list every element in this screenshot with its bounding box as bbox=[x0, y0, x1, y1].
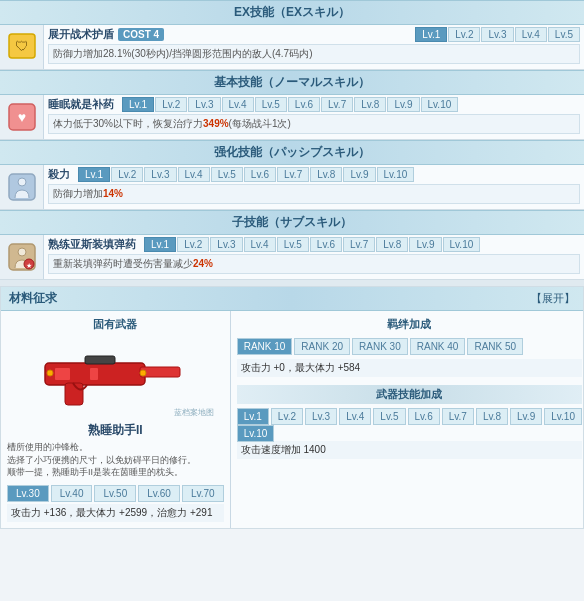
svg-rect-15 bbox=[90, 368, 98, 380]
lv-tab-8[interactable]: Lv.9 bbox=[343, 167, 375, 182]
materials-expand[interactable]: 【展开】 bbox=[531, 291, 575, 306]
lv-tab-5[interactable]: Lv.6 bbox=[244, 167, 276, 182]
lv-tab-9[interactable]: Lv.10 bbox=[421, 97, 459, 112]
rank-tab-0[interactable]: RANK 10 bbox=[237, 338, 293, 355]
svg-point-5 bbox=[18, 178, 26, 186]
materials-title: 材料征求 bbox=[9, 290, 57, 307]
lv-tab-2[interactable]: Lv.3 bbox=[481, 27, 513, 42]
weapon-lore-line1: 槽所使用的冲锋枪。 bbox=[7, 441, 224, 454]
lv-tab-1[interactable]: Lv.2 bbox=[448, 27, 480, 42]
weapon-watermark: 蓝档案地图 bbox=[174, 407, 214, 418]
rank-tab-2[interactable]: RANK 30 bbox=[352, 338, 408, 355]
passive-skill-icon bbox=[0, 165, 44, 209]
basic-skill-header: 基本技能（ノーマルスキル） bbox=[0, 70, 584, 95]
passive-skill-section: 强化技能（パッシブスキル） 殺力 Lv.1Lv.2Lv.3Lv.4Lv.5Lv.… bbox=[0, 140, 584, 210]
lv-tab-2[interactable]: Lv.3 bbox=[210, 237, 242, 252]
lv-tab-9[interactable]: Lv.10 bbox=[377, 167, 415, 182]
weapon-stats: 攻击力 +136，最大体力 +2599，治愈力 +291 bbox=[7, 504, 224, 522]
ex-skill-icon: 🛡 bbox=[0, 25, 44, 69]
lv-tab-0[interactable]: Lv.1 bbox=[415, 27, 447, 42]
rank-tab-3[interactable]: RANK 40 bbox=[410, 338, 466, 355]
wsb-lv-tab-0[interactable]: Lv.1 bbox=[237, 408, 269, 425]
wsb-lv10[interactable]: Lv.10 bbox=[237, 425, 275, 442]
lv-tab-7[interactable]: Lv.8 bbox=[354, 97, 386, 112]
basic-skill-row: ♥ 睡眠就是补药 Lv.1Lv.2Lv.3Lv.4Lv.5Lv.6Lv.7Lv.… bbox=[0, 95, 584, 140]
passive-skill-row: 殺力 Lv.1Lv.2Lv.3Lv.4Lv.5Lv.6Lv.7Lv.8Lv.9L… bbox=[0, 165, 584, 210]
wsb-lv-tab-5[interactable]: Lv.6 bbox=[408, 408, 440, 425]
ex-skill-section: EX技能（EXスキル） 🛡 展开战术护盾 COST 4 Lv.1Lv.2Lv.3… bbox=[0, 0, 584, 70]
rank-stats: 攻击力 +0，最大体力 +584 bbox=[237, 359, 582, 377]
lv-tab-5[interactable]: Lv.6 bbox=[310, 237, 342, 252]
lv-tab-4[interactable]: Lv.5 bbox=[277, 237, 309, 252]
weapon-lv-tab-3[interactable]: Lv.60 bbox=[138, 485, 180, 502]
wsb-lv-tab-9[interactable]: Lv.10 bbox=[544, 408, 582, 425]
wsb-lv-tab-6[interactable]: Lv.7 bbox=[442, 408, 474, 425]
wsb-lv-tab-1[interactable]: Lv.2 bbox=[271, 408, 303, 425]
weapon-lv-tab-2[interactable]: Lv.50 bbox=[94, 485, 136, 502]
basic-skill-desc: 体力低于30%以下时，恢复治疗力349%(每场战斗1次) bbox=[48, 114, 580, 134]
svg-point-17 bbox=[140, 370, 146, 376]
materials-section: 材料征求 【展开】 固有武器 bbox=[0, 286, 584, 529]
rank-tab-1[interactable]: RANK 20 bbox=[294, 338, 350, 355]
ex-skill-row: 🛡 展开战术护盾 COST 4 Lv.1Lv.2Lv.3Lv.4Lv.5 防御力… bbox=[0, 25, 584, 70]
weapon-skill-bonus: 武器技能加成 Lv.1Lv.2Lv.3Lv.4Lv.5Lv.6Lv.7Lv.8L… bbox=[237, 385, 582, 459]
lv-tab-3[interactable]: Lv.4 bbox=[178, 167, 210, 182]
lv-tab-4[interactable]: Lv.5 bbox=[211, 167, 243, 182]
lv-tab-9[interactable]: Lv.10 bbox=[443, 237, 481, 252]
lv-tab-3[interactable]: Lv.4 bbox=[222, 97, 254, 112]
passive-skill-content: 殺力 Lv.1Lv.2Lv.3Lv.4Lv.5Lv.6Lv.7Lv.8Lv.9L… bbox=[44, 165, 584, 209]
sub-skill-top-row: 熟练亚斯装填弹药 Lv.1Lv.2Lv.3Lv.4Lv.5Lv.6Lv.7Lv.… bbox=[48, 237, 580, 252]
lv-tab-1[interactable]: Lv.2 bbox=[111, 167, 143, 182]
lv-tab-2[interactable]: Lv.3 bbox=[188, 97, 220, 112]
bonus-section: 羁绊加成 RANK 10RANK 20RANK 30RANK 40RANK 50… bbox=[231, 311, 584, 528]
basic-skill-content: 睡眠就是补药 Lv.1Lv.2Lv.3Lv.4Lv.5Lv.6Lv.7Lv.8L… bbox=[44, 95, 584, 139]
svg-text:🛡: 🛡 bbox=[15, 38, 29, 54]
weapon-lore: 槽所使用的冲锋枪。 选择了小巧便携的尺寸，以免妨碍平日的修行。 顺带一提，熟睡助… bbox=[7, 441, 224, 479]
wsb-lv-tab-3[interactable]: Lv.4 bbox=[339, 408, 371, 425]
lv-tab-2[interactable]: Lv.3 bbox=[144, 167, 176, 182]
lv-tab-4[interactable]: Lv.5 bbox=[548, 27, 580, 42]
lv-tab-8[interactable]: Lv.9 bbox=[387, 97, 419, 112]
wsb-lv-tab-8[interactable]: Lv.9 bbox=[510, 408, 542, 425]
passive-skill-lv-tabs: Lv.1Lv.2Lv.3Lv.4Lv.5Lv.6Lv.7Lv.8Lv.9Lv.1… bbox=[78, 167, 414, 182]
wsb-lv-tab-4[interactable]: Lv.5 bbox=[373, 408, 405, 425]
lv-tab-6[interactable]: Lv.7 bbox=[343, 237, 375, 252]
basic-skill-top-row: 睡眠就是补药 Lv.1Lv.2Lv.3Lv.4Lv.5Lv.6Lv.7Lv.8L… bbox=[48, 97, 580, 112]
lv-tab-1[interactable]: Lv.2 bbox=[155, 97, 187, 112]
lv-tab-3[interactable]: Lv.4 bbox=[515, 27, 547, 42]
lv-tab-5[interactable]: Lv.6 bbox=[288, 97, 320, 112]
lv-tab-7[interactable]: Lv.8 bbox=[376, 237, 408, 252]
svg-rect-14 bbox=[55, 368, 70, 380]
ex-skill-lv-tabs: Lv.1Lv.2Lv.3Lv.4Lv.5 bbox=[415, 27, 580, 42]
svg-point-7 bbox=[18, 248, 26, 256]
basic-skill-lv-tabs: Lv.1Lv.2Lv.3Lv.4Lv.5Lv.6Lv.7Lv.8Lv.9Lv.1… bbox=[122, 97, 458, 112]
lv-tab-6[interactable]: Lv.7 bbox=[277, 167, 309, 182]
weapon-svg bbox=[35, 343, 195, 413]
lv-tab-3[interactable]: Lv.4 bbox=[244, 237, 276, 252]
lv-tab-0[interactable]: Lv.1 bbox=[78, 167, 110, 182]
lv-tab-0[interactable]: Lv.1 bbox=[144, 237, 176, 252]
lv-tab-4[interactable]: Lv.5 bbox=[255, 97, 287, 112]
rank-tab-4[interactable]: RANK 50 bbox=[467, 338, 523, 355]
wsb-lv-tab-7[interactable]: Lv.8 bbox=[476, 408, 508, 425]
lv-tab-7[interactable]: Lv.8 bbox=[310, 167, 342, 182]
wsb-lv-tab-2[interactable]: Lv.3 bbox=[305, 408, 337, 425]
basic-skill-name: 睡眠就是补药 bbox=[48, 97, 114, 112]
bonus-title: 羁绊加成 bbox=[237, 317, 582, 332]
passive-skill-desc: 防御力增加14% bbox=[48, 184, 580, 204]
weapon-lore-line3: 顺带一提，熟睡助手II是装在茵睡里的枕头。 bbox=[7, 466, 224, 479]
lv-tab-0[interactable]: Lv.1 bbox=[122, 97, 154, 112]
sub-skill-row: ★ 熟练亚斯装填弹药 Lv.1Lv.2Lv.3Lv.4Lv.5Lv.6Lv.7L… bbox=[0, 235, 584, 280]
person-icon bbox=[7, 172, 37, 202]
person-sub-icon: ★ bbox=[7, 242, 37, 272]
weapon-lv-tab-4[interactable]: Lv.70 bbox=[182, 485, 224, 502]
weapon-lv-tab-0[interactable]: Lv.30 bbox=[7, 485, 49, 502]
ex-top: 展开战术护盾 COST 4 Lv.1Lv.2Lv.3Lv.4Lv.5 bbox=[48, 27, 580, 42]
lv-tab-6[interactable]: Lv.7 bbox=[321, 97, 353, 112]
lv-tab-1[interactable]: Lv.2 bbox=[177, 237, 209, 252]
ex-skill-header: EX技能（EXスキル） bbox=[0, 0, 584, 25]
lv-tab-8[interactable]: Lv.9 bbox=[409, 237, 441, 252]
heart-icon: ♥ bbox=[7, 102, 37, 132]
weapon-lv-tab-1[interactable]: Lv.40 bbox=[51, 485, 93, 502]
passive-skill-header: 强化技能（パッシブスキル） bbox=[0, 140, 584, 165]
